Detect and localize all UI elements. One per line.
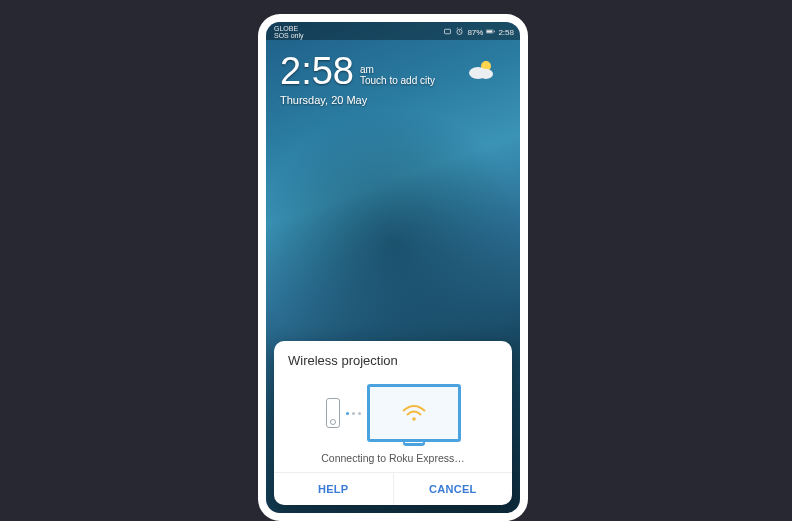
wireless-projection-dialog: Wireless projection Connecting to Roku (274, 341, 512, 505)
dialog-title: Wireless projection (274, 341, 512, 376)
carrier-sub-label: SOS only (274, 32, 304, 39)
alarm-icon (455, 27, 464, 38)
svg-rect-4 (494, 30, 495, 31)
wifi-icon (401, 403, 427, 423)
connecting-dots-icon (346, 412, 361, 415)
phone-screen: GLOBE SOS only 87% 2:58 2:58 (266, 22, 520, 513)
phone-frame: GLOBE SOS only 87% 2:58 2:58 (258, 14, 528, 521)
status-right: 87% 2:58 (443, 27, 514, 38)
phone-outline-icon (326, 398, 340, 428)
status-time: 2:58 (498, 28, 514, 37)
svg-rect-0 (445, 29, 451, 34)
clock-ampm: am (360, 64, 435, 75)
status-left: GLOBE SOS only (274, 25, 304, 39)
weather-icon[interactable] (466, 58, 496, 86)
add-city-label: Touch to add city (360, 75, 435, 86)
tv-outline-icon (367, 384, 461, 442)
clock-meta: am Touch to add city (360, 64, 435, 90)
status-bar: GLOBE SOS only 87% 2:58 (266, 22, 520, 40)
svg-rect-3 (487, 30, 493, 32)
cast-graphic (326, 384, 461, 442)
nfc-icon (443, 27, 452, 38)
battery-label: 87% (467, 28, 483, 37)
dialog-actions: HELP CANCEL (274, 472, 512, 505)
help-button[interactable]: HELP (274, 473, 394, 505)
svg-point-7 (479, 69, 493, 79)
svg-point-8 (412, 417, 416, 421)
battery-icon (486, 27, 495, 38)
clock-time: 2:58 (280, 52, 354, 90)
clock-date: Thursday, 20 May (280, 94, 506, 106)
dialog-body: Connecting to Roku Express… (274, 376, 512, 472)
connecting-status: Connecting to Roku Express… (321, 452, 465, 464)
cancel-button[interactable]: CANCEL (394, 473, 513, 505)
carrier-label: GLOBE (274, 25, 304, 32)
